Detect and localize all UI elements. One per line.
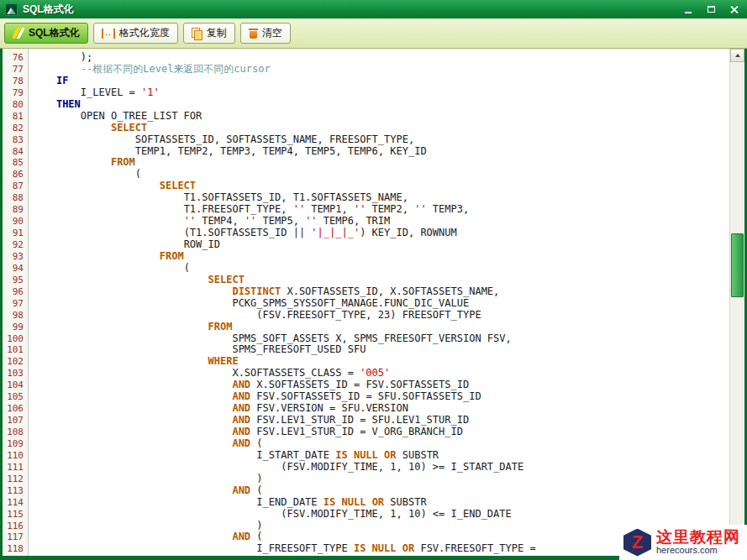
code-line: 77 --根据不同的Level来返回不同的cursor <box>3 64 729 76</box>
code-text: TEMP1, TEMP2, TEMP3, TEMP4, TEMP5, TEMP6… <box>28 146 427 158</box>
line-number: 117 <box>3 531 28 543</box>
line-number: 77 <box>3 64 28 76</box>
watermark-domain: herecours.com <box>656 546 740 556</box>
code-text: SELECT <box>28 275 245 286</box>
minimize-button[interactable] <box>678 3 698 17</box>
line-number: 102 <box>3 356 28 368</box>
line-number: 80 <box>3 99 28 111</box>
clear-label: 清空 <box>262 26 282 40</box>
code-text: PCKG_SPMS_SYSSOFT_MANAGE.FUNC_DIC_VALUE <box>28 298 469 310</box>
code-text: I_FREESOFT_TYPE IS NULL OR FSV.FREESOFT_… <box>28 543 536 555</box>
code-area[interactable]: 76 );77 --根据不同的Level来返回不同的cursor78 IF79 … <box>3 49 729 556</box>
sql-format-label: SQL格式化 <box>29 26 80 40</box>
sql-editor: 76 );77 --根据不同的Level来返回不同的cursor78 IF79 … <box>3 49 744 556</box>
code-line: 90 '' TEMP4, '' TEMP5, '' TEMP6, TRIM <box>3 216 729 228</box>
code-text: SPMS_FREESOFT_USED SFU <box>28 344 366 356</box>
maximize-icon <box>708 6 715 13</box>
line-number: 108 <box>3 427 28 438</box>
code-line: 109 AND ( <box>3 438 729 450</box>
line-number: 86 <box>3 169 28 181</box>
code-line: 86 ( <box>3 169 729 181</box>
line-number: 118 <box>3 543 28 555</box>
sql-format-button[interactable]: SQL格式化 <box>4 23 88 44</box>
code-line: 108 AND FSV.LEV1_STUR_ID = V_ORG_BRANCH_… <box>3 427 729 438</box>
code-text: AND FSV.LEV1_STUR_ID = V_ORG_BRANCH_ID <box>28 427 463 438</box>
code-line: 101 SPMS_FREESOFT_USED SFU <box>3 344 729 356</box>
code-text: THEN <box>28 99 81 111</box>
maximize-button[interactable] <box>701 3 721 17</box>
format-width-button[interactable]: 格式化宽度 <box>93 23 178 44</box>
code-text: ROW_ID <box>28 239 220 251</box>
line-number: 94 <box>3 263 28 275</box>
code-text: FROM <box>28 322 232 333</box>
code-line: 111 (FSV.MODIFY_TIME, 1, 10) >= I_START_… <box>3 462 729 474</box>
code-line: 95 SELECT <box>3 275 729 286</box>
code-text: AND FSV.LEV1_STUR_ID = SFU.LEV1_STUR_ID <box>28 415 469 427</box>
code-line: 110 I_START_DATE IS NULL OR SUBSTR <box>3 450 729 462</box>
close-button[interactable] <box>723 3 744 17</box>
toolbar: SQL格式化 格式化宽度 复制 清空 <box>0 18 747 49</box>
watermark-logo-letter: Z <box>632 533 643 552</box>
copy-icon <box>192 28 203 39</box>
scrollbar-thumb[interactable] <box>731 233 744 297</box>
code-line: 99 FROM <box>3 322 729 333</box>
clear-button[interactable]: 清空 <box>240 23 291 44</box>
code-line: 78 IF <box>3 76 729 87</box>
code-text: FROM <box>28 251 184 263</box>
line-number: 110 <box>3 450 28 462</box>
sql-format-icon <box>13 28 24 39</box>
line-number: 106 <box>3 403 28 415</box>
line-number: 97 <box>3 298 28 310</box>
window-controls <box>678 3 744 17</box>
code-text: AND ( <box>28 438 263 450</box>
line-number: 79 <box>3 87 28 99</box>
line-number: 88 <box>3 192 28 204</box>
copy-button[interactable]: 复制 <box>183 23 235 44</box>
line-number: 115 <box>3 509 28 521</box>
line-number: 107 <box>3 415 28 427</box>
code-text: ( <box>28 169 141 181</box>
watermark-text: 这里教程网 herecours.com <box>656 529 740 555</box>
code-text: (FSV.MODIFY_TIME, 1, 10) >= I_START_DATE <box>28 462 523 474</box>
line-number: 82 <box>3 123 28 134</box>
line-number: 91 <box>3 228 28 239</box>
line-number: 83 <box>3 134 28 146</box>
code-text: ) <box>28 521 263 532</box>
line-number: 90 <box>3 216 28 228</box>
line-number: 96 <box>3 286 28 298</box>
code-text: (FSV.MODIFY_TIME, 1, 10) <= I_END_DATE <box>28 509 512 521</box>
code-text: SOFTASSETS_ID, SOFTASSETS_NAME, FREESOFT… <box>28 134 414 146</box>
code-text: '' TEMP4, '' TEMP5, '' TEMP6, TRIM <box>28 216 390 228</box>
line-number: 105 <box>3 391 28 403</box>
code-line: 80 THEN <box>3 99 729 111</box>
line-number: 112 <box>3 474 28 485</box>
line-number: 99 <box>3 322 28 333</box>
code-text: ) <box>28 474 263 485</box>
code-line: 83 SOFTASSETS_ID, SOFTASSETS_NAME, FREES… <box>3 134 729 146</box>
format-width-icon <box>102 29 115 39</box>
arrow-up-icon <box>735 54 740 57</box>
code-line: 85 FROM <box>3 157 729 169</box>
code-line: 107 AND FSV.LEV1_STUR_ID = SFU.LEV1_STUR… <box>3 415 729 427</box>
vertical-scrollbar[interactable] <box>729 49 744 556</box>
line-number: 114 <box>3 497 28 509</box>
code-line: 98 (FSV.FREESOFT_TYPE, 23) FREESOFT_TYPE <box>3 310 729 322</box>
code-text: AND ( <box>28 485 263 497</box>
line-number: 84 <box>3 146 28 158</box>
code-text: T1.SOFTASSETS_ID, T1.SOFTASSETS_NAME, <box>28 192 408 204</box>
line-number: 85 <box>3 157 28 169</box>
line-number: 76 <box>3 52 28 64</box>
line-number: 111 <box>3 462 28 474</box>
code-text: (T1.SOFTASSETS_ID || '|_|_|_') KEY_ID, R… <box>28 228 457 239</box>
code-line: 115 (FSV.MODIFY_TIME, 1, 10) <= I_END_DA… <box>3 509 729 521</box>
title-bar: SQL格式化 <box>0 0 747 18</box>
code-line: 91 (T1.SOFTASSETS_ID || '|_|_|_') KEY_ID… <box>3 228 729 239</box>
code-line: 79 I_LEVEL = '1' <box>3 87 729 99</box>
code-line: 94 ( <box>3 263 729 275</box>
scroll-up-button[interactable] <box>730 49 744 62</box>
code-line: 84 TEMP1, TEMP2, TEMP3, TEMP4, TEMP5, TE… <box>3 146 729 158</box>
line-number: 81 <box>3 111 28 123</box>
code-text: SELECT <box>28 123 147 134</box>
line-number: 87 <box>3 181 28 192</box>
code-text: --根据不同的Level来返回不同的cursor <box>28 64 271 76</box>
